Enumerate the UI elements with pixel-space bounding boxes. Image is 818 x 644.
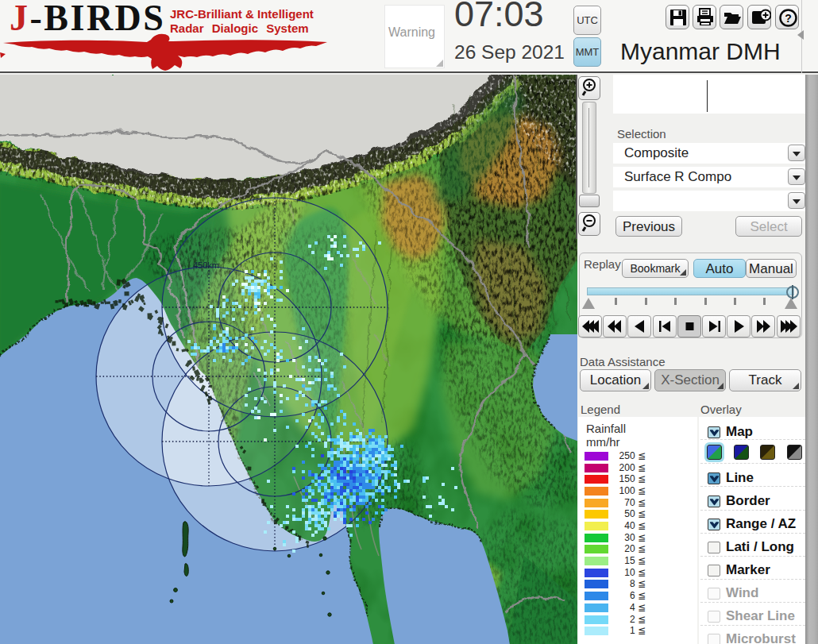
svg-text:450km: 450km	[193, 260, 219, 270]
svg-text:?: ?	[785, 12, 792, 25]
